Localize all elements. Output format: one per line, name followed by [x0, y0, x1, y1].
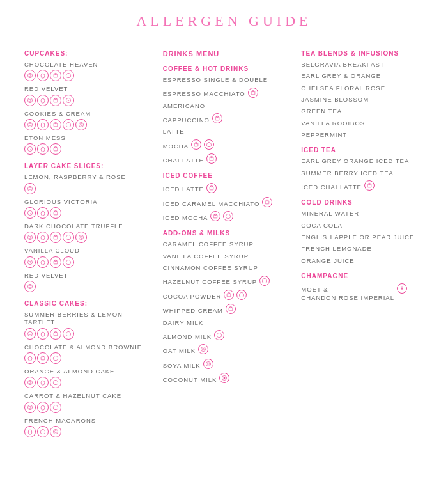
- svg-point-81: [224, 377, 226, 379]
- allergen-icons: [24, 352, 147, 364]
- allergen-icons: G: [24, 207, 147, 219]
- divider-2: [293, 42, 293, 440]
- list-item: WHIPPED CREAM: [163, 303, 286, 315]
- allergen-icon-nut: [63, 256, 74, 268]
- section-tea-blends: TEA BLENDS & INFUSIONS BELGRAVIA BREAKFA…: [301, 50, 424, 139]
- section-title-coffee-hot: COFFEE & HOT DRINKS: [163, 65, 286, 72]
- list-item: VANILLA ROOIBOS: [301, 120, 424, 127]
- svg-point-2: [41, 74, 45, 78]
- allergen-icon-gluten: G: [24, 70, 36, 81]
- section-iced-coffee: ICED COFFEE ICED LATTE ICED CARAMEL MACC…: [163, 172, 286, 222]
- item-name: EARL GREY & ORANGE: [301, 72, 424, 80]
- divider-1: [155, 42, 155, 440]
- item-name: ORANGE & ALMOND CAKE: [24, 368, 147, 375]
- item-name: ESPRESSO MACCHIATO: [163, 90, 245, 98]
- allergen-icon-dairy: [50, 328, 61, 340]
- item-name: AMERICANO: [163, 102, 286, 110]
- item-name-moet: MOËT &CHANDON ROSE IMPERIAL: [301, 286, 394, 302]
- allergen-icon-nut: [50, 402, 61, 413]
- allergen-icon-nut: [204, 139, 214, 150]
- section-title-layer-cakes: LAYER CAKE SLICES:: [24, 162, 147, 169]
- list-item: ESPRESSO MACCHIATO: [163, 86, 286, 98]
- list-item: ETON MESS G: [24, 134, 147, 155]
- allergen-icons: G: [24, 281, 147, 292]
- list-item: CAPPUCCINO: [163, 113, 286, 124]
- allergen-icon-gluten: G: [24, 95, 36, 106]
- allergen-icon-soy: [75, 119, 87, 130]
- item-name: CINNAMON COFFEE SYRUP: [163, 264, 286, 272]
- svg-text:G: G: [29, 123, 31, 127]
- item-name-cappuccino: CAPPUCCINO: [163, 116, 210, 124]
- list-item: CINNAMON COFFEE SYRUP: [163, 264, 286, 272]
- list-item: LATTE: [163, 128, 286, 136]
- allergen-icon-gluten: G: [24, 281, 36, 292]
- item-name: GLORIOUS VICTORIA: [24, 198, 147, 206]
- item-name: VANILLA COFFEE SYRUP: [163, 253, 286, 260]
- list-item: FRENCH LEMONADE: [301, 245, 424, 253]
- list-item: ICED CHAI LATTE: [301, 180, 424, 191]
- allergen-icons: G: [24, 70, 147, 81]
- section-title-cold-drinks: COLD DRINKS: [301, 199, 424, 206]
- allergen-icon-gluten: G: [24, 207, 36, 219]
- svg-point-47: [28, 356, 32, 361]
- item-name: RED VELVET: [24, 272, 147, 279]
- svg-text:G: G: [29, 405, 31, 409]
- list-item: FRENCH MACARONS G: [24, 417, 147, 437]
- allergen-icon-dairy: [210, 211, 220, 221]
- allergen-icons: G: [24, 256, 147, 268]
- item-name-caramel-syrup: CARAMEL COFFEE SYRUP: [163, 240, 286, 248]
- item-name: CHAI LATTE: [163, 157, 204, 164]
- svg-point-34: [79, 235, 83, 240]
- item-name: JASMINE BLOSSOM: [301, 96, 424, 104]
- allergen-icon-egg: [37, 377, 49, 388]
- allergen-icon-wine: [397, 283, 407, 294]
- allergen-icon-gluten: G: [24, 183, 36, 194]
- item-name: PEPPERMINT: [301, 131, 424, 139]
- list-item: GREEN TEA: [301, 107, 424, 115]
- item-name: MOCHA: [163, 143, 189, 150]
- allergen-icon-egg: [37, 402, 49, 413]
- item-name: LATTE: [163, 128, 286, 136]
- list-item: MINERAL WATER: [301, 210, 424, 217]
- allergen-icon-dairy: [50, 256, 61, 268]
- list-item: ESPRESSO SINGLE & DOUBLE: [163, 76, 286, 84]
- svg-point-7: [41, 98, 45, 103]
- allergen-icon-nut: [50, 352, 61, 364]
- allergen-icon-nut: [259, 276, 270, 286]
- item-name: CHELSEA FLORAL ROSE: [301, 84, 424, 92]
- item-name: ENGLISH APPLE OR PEAR JUICE: [301, 233, 424, 241]
- list-item: CHELSEA FLORAL ROSE: [301, 84, 424, 92]
- allergen-icon-egg: [24, 352, 36, 364]
- svg-point-19: [41, 148, 45, 152]
- item-name: COCA COLA: [301, 222, 424, 230]
- allergen-icon-nut: [63, 119, 74, 130]
- list-item: AMERICANO: [163, 102, 286, 110]
- section-champagne: CHAMPAGNE MOËT &CHANDON ROSE IMPERIAL: [301, 272, 424, 302]
- allergen-icon-dairy: [50, 95, 61, 106]
- svg-point-26: [41, 211, 45, 216]
- item-name: COCOA POWDER: [163, 293, 222, 301]
- column-1: CUPCAKES: CHOCOLATE HEAVEN G RED VELVET …: [19, 42, 152, 440]
- list-item: JASMINE BLOSSOM: [301, 96, 424, 104]
- list-item: ICED MOCHA: [163, 210, 286, 222]
- allergen-icon-gluten: G: [24, 143, 36, 155]
- allergen-icon-gluten: G: [24, 232, 36, 243]
- svg-point-44: [41, 332, 45, 336]
- list-item: EARL GREY & ORANGE: [301, 72, 424, 80]
- list-item: CHAI LATTE: [163, 153, 286, 164]
- allergen-icon-coconut: [219, 373, 229, 383]
- allergen-icon-dairy: [50, 207, 61, 219]
- item-name: SUMMER BERRIES & LEMON TARTLET: [24, 311, 147, 327]
- list-item: COOKIES & CREAM G: [24, 110, 147, 130]
- allergen-icon-soy: [203, 359, 213, 369]
- allergen-icon-dairy: [248, 88, 258, 98]
- list-item: SOYA MILK: [163, 358, 286, 370]
- allergen-icon-nut: [50, 377, 61, 388]
- column-2: DRINKS MENU COFFEE & HOT DRINKS ESPRESSO…: [158, 42, 291, 440]
- list-item: DARK CHOCOLATE TRUFFLE G: [24, 223, 147, 243]
- allergen-icon-gluten: G: [24, 256, 36, 268]
- section-cupcakes: CUPCAKES: CHOCOLATE HEAVEN G RED VELVET …: [24, 50, 147, 155]
- svg-text:G: G: [29, 236, 31, 240]
- svg-text:G: G: [202, 348, 205, 352]
- item-name: MINERAL WATER: [301, 210, 424, 217]
